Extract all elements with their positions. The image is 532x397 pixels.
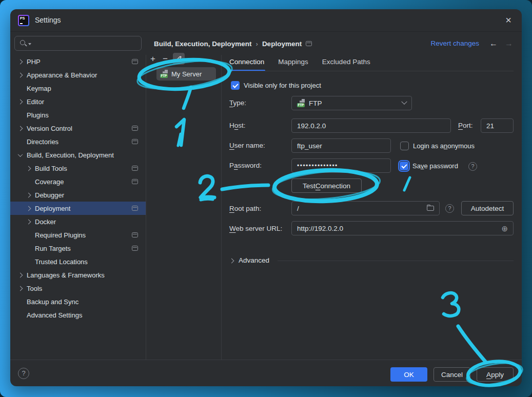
ftp-server-icon: FTP bbox=[160, 70, 168, 78]
chevron-spacer bbox=[18, 313, 22, 317]
footer-divider bbox=[10, 360, 522, 360]
sidebar-item-label: Appearance & Behavior bbox=[27, 71, 97, 79]
sidebar-item-languages-frameworks[interactable]: Languages & Frameworks bbox=[10, 268, 146, 282]
add-server-icon[interactable] bbox=[147, 53, 159, 65]
sidebar-item-debugger[interactable]: Debugger bbox=[10, 188, 146, 202]
server-list-item-my-server[interactable]: FTP My Server bbox=[156, 67, 216, 81]
apply-button[interactable]: Apply bbox=[477, 367, 514, 382]
tab-mappings[interactable]: Mappings bbox=[278, 58, 308, 71]
breadcrumb-page[interactable]: Deployment bbox=[262, 40, 302, 48]
web-server-url-input[interactable]: http://192.0.2.0 bbox=[291, 221, 514, 235]
folder-browse-icon[interactable] bbox=[427, 206, 434, 211]
sidebar-item-label: Coverage bbox=[35, 178, 64, 186]
type-value: FTP bbox=[309, 100, 399, 107]
autodetect-button[interactable]: Autodetect bbox=[461, 201, 514, 215]
type-dropdown[interactable]: FTP FTP bbox=[291, 96, 412, 110]
save-password-checkbox-row: Save password bbox=[400, 162, 458, 170]
chevron-spacer bbox=[27, 233, 30, 237]
sidebar-item-docker[interactable]: Docker bbox=[10, 215, 146, 228]
chevron-right-icon bbox=[18, 126, 23, 131]
breadcrumb-section[interactable]: Build, Execution, Deployment bbox=[154, 40, 252, 48]
mnemonic: U bbox=[229, 142, 234, 149]
sidebar-item-directories[interactable]: Directories bbox=[10, 135, 146, 148]
advanced-label: Advanced bbox=[239, 256, 269, 264]
search-history-caret-icon bbox=[28, 43, 31, 45]
chevron-spacer bbox=[18, 113, 22, 117]
chevron-right-icon bbox=[18, 72, 23, 77]
sidebar-item-coverage[interactable]: Coverage bbox=[10, 175, 146, 188]
login-anonymous-checkbox[interactable] bbox=[400, 142, 409, 150]
test-connection-button[interactable]: Test Connection bbox=[291, 178, 362, 193]
sidebar-item-label: Trusted Locations bbox=[35, 258, 88, 266]
settings-tree: PHP Appearance & Behavior Keymap Editor … bbox=[10, 55, 146, 360]
mnemonic: A bbox=[486, 371, 491, 379]
user-name-value: ftp_user bbox=[297, 142, 322, 150]
revert-changes-link[interactable]: Revert changes bbox=[430, 39, 479, 47]
chevron-right-icon bbox=[229, 259, 234, 264]
window-icon bbox=[132, 166, 138, 171]
password-value: •••••••••••••• bbox=[297, 162, 338, 169]
window-icon bbox=[132, 179, 138, 184]
port-label: Port: bbox=[458, 122, 473, 129]
sidebar-item-plugins[interactable]: Plugins bbox=[10, 108, 146, 122]
sidebar-item-backup-and-sync[interactable]: Backup and Sync bbox=[10, 295, 146, 308]
anonymous-checkbox-row: Login as anonymous bbox=[400, 142, 475, 150]
cancel-button[interactable]: Cancel bbox=[434, 367, 470, 382]
visible-only-checkbox[interactable] bbox=[231, 81, 240, 90]
sidebar-item-php[interactable]: PHP bbox=[10, 55, 146, 68]
root-path-help-icon[interactable] bbox=[445, 204, 454, 213]
help-button[interactable] bbox=[18, 368, 29, 379]
ok-button[interactable]: OK bbox=[390, 367, 427, 382]
close-icon[interactable] bbox=[502, 14, 515, 26]
sidebar-item-build-execution-deployment[interactable]: Build, Execution, Deployment bbox=[10, 148, 146, 162]
settings-search-input[interactable] bbox=[14, 36, 142, 51]
label-text: e password bbox=[424, 162, 458, 170]
sidebar-item-advanced-settings[interactable]: Advanced Settings bbox=[10, 308, 146, 322]
label-text: ssword: bbox=[238, 162, 262, 169]
password-input[interactable]: •••••••••••••• bbox=[291, 158, 391, 173]
tab-excluded-paths[interactable]: Excluded Paths bbox=[322, 58, 370, 71]
edit-server-button[interactable] bbox=[173, 53, 185, 65]
visible-only-label: Visible only for this project bbox=[244, 82, 321, 89]
tab-connection[interactable]: Connection bbox=[229, 58, 264, 71]
deployment-tabs: Connection Mappings Excluded Paths bbox=[229, 58, 370, 71]
chevron-right-icon bbox=[26, 166, 31, 171]
phpstorm-logo-icon: PS bbox=[18, 15, 29, 26]
sidebar-item-version-control[interactable]: Version Control bbox=[10, 122, 146, 135]
root-path-input[interactable]: / bbox=[291, 201, 440, 215]
sidebar-item-deployment[interactable]: Deployment bbox=[10, 202, 146, 215]
sidebar-item-appearance-behavior[interactable]: Appearance & Behavior bbox=[10, 68, 146, 82]
settings-dialog: PS Settings Build, Execution, Deployment… bbox=[10, 9, 522, 386]
sidebar-item-keymap[interactable]: Keymap bbox=[10, 82, 146, 95]
back-arrow-icon[interactable] bbox=[488, 38, 499, 49]
breadcrumb-separator-icon bbox=[256, 40, 258, 48]
sidebar-item-run-targets[interactable]: Run Targets bbox=[10, 242, 146, 255]
window-icon bbox=[132, 246, 138, 251]
sidebar-item-build-tools[interactable]: Build Tools bbox=[10, 162, 146, 175]
window-icon bbox=[132, 232, 138, 237]
mnemonic: C bbox=[316, 182, 321, 190]
chevron-spacer bbox=[18, 140, 22, 144]
sidebar-item-editor[interactable]: Editor bbox=[10, 95, 146, 108]
mnemonic: R bbox=[229, 205, 234, 212]
host-input[interactable]: 192.0.2.0 bbox=[291, 118, 451, 133]
sidebar-item-tools[interactable]: Tools bbox=[10, 282, 146, 295]
label-text: ype: bbox=[233, 99, 247, 107]
port-input[interactable]: 21 bbox=[481, 118, 514, 133]
save-password-help-icon[interactable] bbox=[468, 162, 477, 171]
user-name-input[interactable]: ftp_user bbox=[291, 138, 391, 153]
sidebar-item-trusted-locations[interactable]: Trusted Locations bbox=[10, 255, 146, 268]
remove-server-icon[interactable] bbox=[160, 53, 171, 65]
save-password-checkbox[interactable] bbox=[400, 162, 408, 170]
root-path-value: / bbox=[297, 205, 423, 212]
server-list-splitter bbox=[221, 55, 222, 360]
sidebar-item-required-plugins[interactable]: Required Plugins bbox=[10, 228, 146, 242]
mnemonic: W bbox=[229, 225, 236, 232]
title-bar: PS Settings bbox=[10, 9, 522, 32]
chevron-right-icon bbox=[26, 192, 31, 197]
ftp-type-icon: FTP bbox=[297, 99, 305, 107]
label-text: ort: bbox=[463, 122, 473, 129]
advanced-section-toggle[interactable]: Advanced bbox=[230, 256, 269, 264]
label-text: st: bbox=[238, 122, 245, 129]
label-text: eb server URL: bbox=[236, 225, 283, 232]
